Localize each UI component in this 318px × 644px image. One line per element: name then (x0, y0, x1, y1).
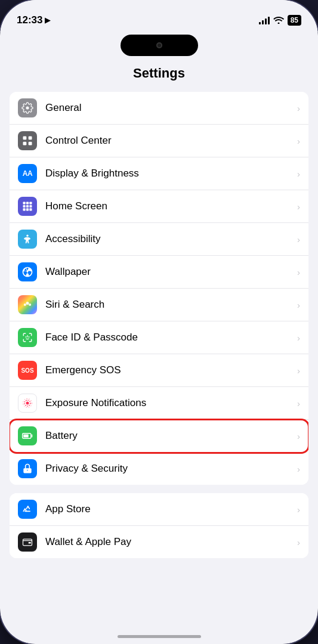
battery-icon (18, 426, 37, 445)
siri-label: Siri & Search (45, 299, 297, 311)
wallet-chevron: › (297, 537, 300, 547)
camera-dot (156, 42, 162, 48)
face-id-icon (18, 328, 37, 347)
svg-rect-2 (23, 142, 27, 145)
svg-rect-12 (29, 208, 32, 210)
settings-item-siri[interactable]: Siri & Search › (10, 289, 308, 321)
settings-item-wallet[interactable]: Wallet & Apple Pay › (10, 526, 308, 558)
sos-text: SOS (21, 367, 33, 374)
status-time: 12:33 ▶ (17, 14, 50, 26)
svg-rect-21 (23, 435, 28, 438)
svg-point-16 (29, 304, 31, 306)
signal-bar-1 (259, 22, 261, 24)
emergency-icon: SOS (18, 361, 37, 380)
app-store-chevron: › (297, 504, 300, 515)
battery-label: Battery (45, 430, 297, 442)
app-store-label: App Store (45, 503, 297, 515)
settings-content: General › Control Center › (0, 86, 318, 572)
svg-rect-7 (23, 205, 26, 208)
app-store-icon (18, 500, 37, 519)
wallpaper-chevron: › (297, 267, 300, 277)
settings-item-emergency[interactable]: SOS Emergency SOS › (10, 354, 308, 387)
home-indicator (118, 635, 201, 638)
time-display: 12:33 (17, 14, 42, 26)
display-label: Display & Brightness (45, 168, 297, 179)
wallet-icon (18, 532, 37, 552)
settings-item-accessibility[interactable]: Accessibility › (10, 223, 308, 256)
display-icon-text: AA (23, 169, 32, 178)
svg-rect-8 (26, 205, 29, 208)
settings-item-face-id[interactable]: Face ID & Passcode › (10, 321, 308, 354)
svg-rect-4 (23, 202, 26, 205)
face-id-label: Face ID & Passcode (45, 332, 297, 343)
signal-bars (259, 16, 270, 24)
exposure-chevron: › (297, 398, 300, 408)
home-screen-label: Home Screen (45, 200, 297, 212)
phone-frame: 12:33 ▶ 85 (0, 0, 318, 644)
settings-item-general[interactable]: General › (10, 92, 308, 125)
svg-point-14 (24, 304, 26, 306)
battery-chevron: › (297, 431, 300, 441)
settings-item-wallpaper[interactable]: Wallpaper › (10, 256, 308, 289)
svg-rect-0 (23, 137, 27, 140)
siri-chevron: › (297, 300, 300, 310)
svg-point-17 (26, 402, 29, 405)
svg-point-15 (26, 302, 29, 305)
display-icon: AA (18, 164, 37, 183)
general-chevron: › (297, 103, 300, 113)
svg-rect-10 (23, 208, 26, 210)
settings-item-privacy[interactable]: Privacy & Security › (10, 453, 308, 485)
page-header: Settings (0, 56, 318, 86)
control-center-icon (18, 131, 37, 150)
accessibility-icon (18, 230, 37, 249)
signal-bar-2 (262, 20, 264, 24)
wallpaper-icon (18, 262, 37, 281)
phone-screen: 12:33 ▶ 85 (0, 0, 318, 644)
settings-group-apps: App Store › Wallet & Apple Pay › (10, 493, 308, 558)
privacy-label: Privacy & Security (45, 463, 297, 475)
location-icon: ▶ (45, 16, 50, 24)
emergency-label: Emergency SOS (45, 364, 297, 376)
svg-rect-5 (26, 202, 29, 205)
display-chevron: › (297, 169, 300, 179)
emergency-chevron: › (297, 366, 300, 376)
accessibility-chevron: › (297, 234, 300, 244)
settings-group-main: General › Control Center › (10, 92, 308, 485)
signal-bar-4 (268, 17, 270, 24)
settings-item-battery[interactable]: Battery › (10, 420, 308, 453)
signal-bar-3 (265, 18, 267, 24)
dynamic-island (121, 35, 198, 56)
exposure-icon (18, 394, 37, 413)
control-center-label: Control Center (45, 135, 297, 147)
home-screen-icon (18, 197, 37, 216)
svg-rect-6 (29, 202, 32, 205)
wifi-icon (273, 16, 284, 26)
svg-point-13 (26, 235, 28, 237)
accessibility-label: Accessibility (45, 233, 297, 245)
battery-level: 85 (291, 16, 298, 24)
general-label: General (45, 102, 297, 114)
exposure-label: Exposure Notifications (45, 397, 297, 409)
face-id-chevron: › (297, 333, 300, 343)
svg-rect-3 (29, 142, 32, 145)
svg-rect-1 (29, 137, 32, 140)
svg-rect-11 (26, 208, 29, 210)
status-bar: 12:33 ▶ 85 (0, 0, 318, 32)
settings-item-control-center[interactable]: Control Center › (10, 125, 308, 157)
privacy-icon (18, 459, 37, 478)
wallpaper-label: Wallpaper (45, 266, 297, 278)
status-icons: 85 (259, 15, 301, 26)
control-center-chevron: › (297, 136, 300, 146)
siri-icon (18, 295, 37, 314)
settings-item-display[interactable]: AA Display & Brightness › (10, 157, 308, 190)
page-title: Settings (133, 66, 185, 80)
settings-item-app-store[interactable]: App Store › (10, 493, 308, 526)
home-screen-chevron: › (297, 202, 300, 212)
settings-item-home-screen[interactable]: Home Screen › (10, 190, 308, 223)
settings-item-exposure[interactable]: Exposure Notifications › (10, 387, 308, 420)
svg-rect-23 (29, 542, 31, 544)
battery-indicator: 85 (288, 15, 301, 26)
general-icon (18, 98, 37, 117)
svg-rect-9 (29, 205, 32, 208)
privacy-chevron: › (297, 464, 300, 474)
